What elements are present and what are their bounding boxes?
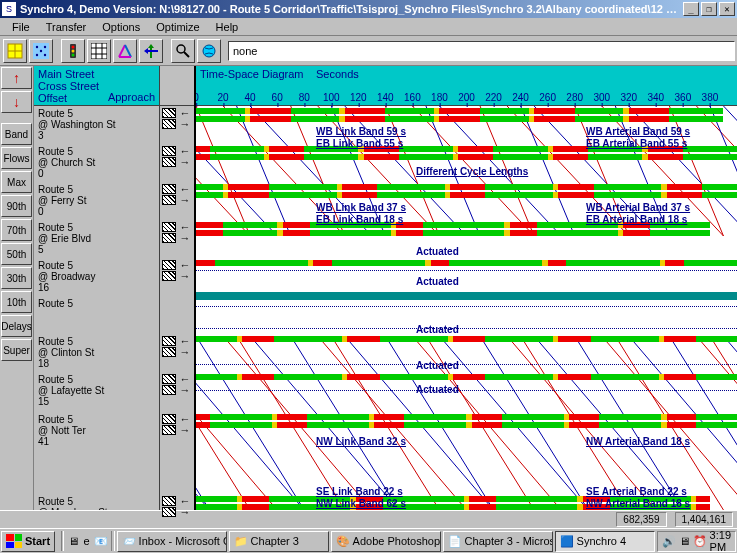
tool-pattern-icon[interactable] (29, 39, 53, 63)
direction-left-icon[interactable]: ← (178, 414, 192, 424)
tool-network-icon[interactable] (113, 39, 137, 63)
direction-right-icon[interactable]: → (178, 157, 192, 167)
direction-left-icon[interactable]: ← (178, 336, 192, 346)
start-button[interactable]: Start (1, 531, 55, 552)
offset-value: 41 (38, 436, 155, 447)
taskbar-button[interactable]: 🟦Synchro 4 (555, 531, 655, 552)
tick: 280 (566, 92, 583, 103)
direction-right-icon[interactable]: → (178, 195, 192, 205)
system-tray[interactable]: 🔊 🖥 ⏰ 3:19 PM (657, 531, 736, 552)
phase-icon[interactable] (162, 260, 176, 270)
minimize-button[interactable]: _ (683, 2, 699, 16)
tray-icon[interactable]: 🖥 (679, 535, 690, 547)
combo-box[interactable]: none (228, 41, 735, 61)
menu-transfer[interactable]: Transfer (38, 19, 95, 35)
tab-super[interactable]: Super (1, 339, 32, 361)
left-tabs: ↑↓BandFlowsMax90th70th50th30th10thDelays… (0, 66, 34, 510)
tab-flows[interactable]: Flows (1, 147, 32, 169)
close-button[interactable]: ✕ (719, 2, 735, 16)
direction-right-icon[interactable]: → (178, 119, 192, 129)
tick: 260 (539, 92, 556, 103)
tray-icon[interactable]: ⏰ (693, 535, 707, 548)
menu-file[interactable]: File (4, 19, 38, 35)
quick-launch-outlook-icon[interactable]: 📧 (93, 532, 109, 550)
intersection-row[interactable]: Route 5@ Erie Blvd5 (34, 220, 159, 258)
phase-icon[interactable] (162, 496, 176, 506)
taskbar-button[interactable]: 📁Chapter 3 (229, 531, 329, 552)
phase-icon[interactable] (162, 414, 176, 424)
tool-signal-icon[interactable] (61, 39, 85, 63)
tab-band[interactable]: Band (1, 123, 32, 145)
tab-delays[interactable]: Delays (1, 315, 32, 337)
direction-right-icon[interactable]: → (178, 425, 192, 435)
phase-icon[interactable] (162, 222, 176, 232)
direction-right-icon[interactable]: → (178, 271, 192, 281)
tool-map-icon[interactable] (3, 39, 27, 63)
scroll-down-button[interactable]: ↓ (1, 91, 32, 113)
phase-icon[interactable] (162, 425, 176, 435)
tool-globe-icon[interactable] (197, 39, 221, 63)
phase-icon[interactable] (162, 119, 176, 129)
phase-icon[interactable] (162, 385, 176, 395)
phase-icon[interactable] (162, 195, 176, 205)
taskbar-button[interactable]: 📄Chapter 3 - Microsof... (443, 531, 553, 552)
intersection-row[interactable]: Route 5@ Clinton St18 (34, 334, 159, 372)
approach-icons: ← → (160, 494, 194, 532)
tab-90th[interactable]: 90th (1, 195, 32, 217)
svg-line-73 (696, 106, 737, 236)
signal-bar (196, 422, 737, 428)
tab-50th[interactable]: 50th (1, 243, 32, 265)
phase-icon[interactable] (162, 336, 176, 346)
phase-icon[interactable] (162, 108, 176, 118)
menu-optimize[interactable]: Optimize (148, 19, 207, 35)
intersection-row[interactable]: Route 5@ Nott Ter41 (34, 412, 159, 472)
maximize-button[interactable]: ❐ (701, 2, 717, 16)
quick-launch-ie-icon[interactable]: e (80, 532, 93, 550)
tool-zoom-icon[interactable] (171, 39, 195, 63)
tab-max[interactable]: Max (1, 171, 32, 193)
tool-arrows-icon[interactable] (139, 39, 163, 63)
tool-grid-icon[interactable] (87, 39, 111, 63)
status-size: 1,404,161 (675, 512, 734, 527)
taskbar-button[interactable]: 🎨Adobe Photoshop (331, 531, 441, 552)
direction-right-icon[interactable]: → (178, 347, 192, 357)
intersection-row[interactable]: Route 5@ Lafayette St15 (34, 372, 159, 410)
direction-right-icon[interactable]: → (178, 385, 192, 395)
direction-left-icon[interactable]: ← (178, 222, 192, 232)
intersection-row[interactable]: Route 5@ Broadway16 (34, 258, 159, 296)
approach-icons: ← → (160, 106, 194, 144)
tab-30th[interactable]: 30th (1, 267, 32, 289)
direction-left-icon[interactable]: ← (178, 374, 192, 384)
direction-right-icon[interactable]: → (178, 507, 192, 517)
time-space-diagram[interactable]: Time-Space Diagram Seconds 0204060801001… (196, 66, 737, 510)
taskbar-button[interactable]: 📨Inbox - Microsoft Ou... (117, 531, 227, 552)
phase-icon[interactable] (162, 146, 176, 156)
intersection-row[interactable]: Route 5@ Washington St3 (34, 106, 159, 144)
direction-left-icon[interactable]: ← (178, 260, 192, 270)
direction-right-icon[interactable]: → (178, 233, 192, 243)
intersection-row[interactable]: Route 5@ Menderse St15 (34, 494, 159, 510)
direction-left-icon[interactable]: ← (178, 108, 192, 118)
phase-icon[interactable] (162, 271, 176, 281)
menu-help[interactable]: Help (208, 19, 247, 35)
quick-launch-desktop-icon[interactable]: 🖥 (66, 532, 79, 550)
band-label: EB Arterial Band 18 s (586, 214, 687, 225)
menu-options[interactable]: Options (94, 19, 148, 35)
divider-line (196, 270, 737, 271)
tab-70th[interactable]: 70th (1, 219, 32, 241)
phase-icon[interactable] (162, 374, 176, 384)
tray-icon[interactable]: 🔊 (662, 535, 676, 548)
intersection-row[interactable]: Route 5 (34, 296, 159, 318)
phase-icon[interactable] (162, 184, 176, 194)
tab-10th[interactable]: 10th (1, 291, 32, 313)
direction-left-icon[interactable]: ← (178, 184, 192, 194)
phase-icon[interactable] (162, 157, 176, 167)
scroll-up-button[interactable]: ↑ (1, 67, 32, 89)
phase-icon[interactable] (162, 233, 176, 243)
direction-left-icon[interactable]: ← (178, 146, 192, 156)
intersection-row[interactable]: Route 5@ Ferry St0 (34, 182, 159, 220)
phase-icon[interactable] (162, 507, 176, 517)
direction-left-icon[interactable]: ← (178, 496, 192, 506)
phase-icon[interactable] (162, 347, 176, 357)
intersection-row[interactable]: Route 5@ Church St0 (34, 144, 159, 182)
